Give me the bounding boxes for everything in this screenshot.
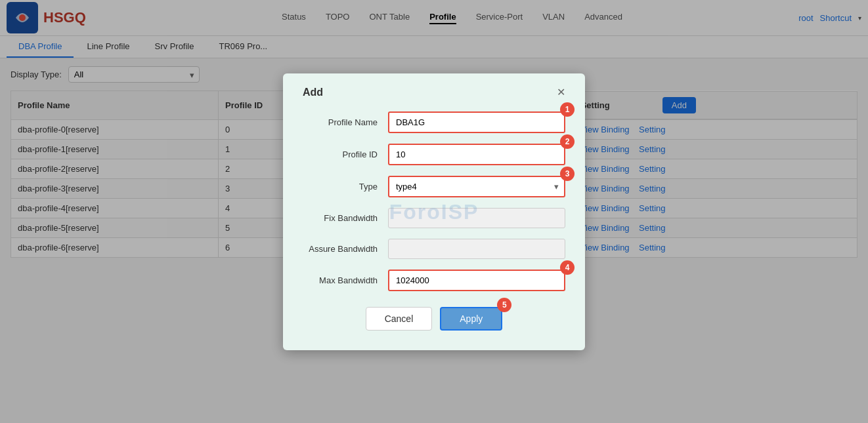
form-row-assure-bandwidth: Assure Bandwidth bbox=[303, 239, 565, 259]
cancel-button[interactable]: Cancel bbox=[366, 307, 433, 331]
apply-wrapper: Apply 5 bbox=[440, 307, 502, 331]
badge-5: 5 bbox=[497, 298, 511, 312]
assure-bandwidth-input bbox=[388, 239, 565, 259]
badge-3: 3 bbox=[560, 167, 575, 181]
label-max-bandwidth: Max Bandwidth bbox=[303, 275, 388, 285]
max-bandwidth-wrapper: 4 bbox=[388, 270, 565, 291]
max-bandwidth-input[interactable] bbox=[388, 270, 565, 291]
modal-title: Add bbox=[303, 87, 323, 98]
type-select-wrap: type1 type2 type3 type4 type5 bbox=[388, 176, 565, 197]
form-row-max-bandwidth: Max Bandwidth 4 bbox=[303, 270, 565, 291]
form-row-profile-id: Profile ID 2 bbox=[303, 144, 565, 165]
profile-id-input[interactable] bbox=[388, 144, 565, 165]
label-profile-name: Profile Name bbox=[303, 117, 388, 127]
type-wrapper: type1 type2 type3 type4 type5 3 bbox=[388, 176, 565, 197]
label-assure-bandwidth: Assure Bandwidth bbox=[303, 244, 388, 254]
label-profile-id: Profile ID bbox=[303, 150, 388, 159]
profile-name-wrapper: 1 bbox=[388, 111, 565, 133]
modal-close-button[interactable]: ✕ bbox=[557, 87, 565, 98]
form-row-profile-name: Profile Name 1 bbox=[303, 111, 565, 133]
modal-add: ForoISP Add ✕ Profile Name 1 Profile ID … bbox=[283, 73, 585, 350]
fix-bandwidth-input bbox=[388, 208, 565, 228]
modal-overlay: ForoISP Add ✕ Profile Name 1 Profile ID … bbox=[0, 0, 868, 423]
badge-1: 1 bbox=[560, 102, 575, 117]
profile-name-input[interactable] bbox=[388, 111, 565, 133]
form-row-type: Type type1 type2 type3 type4 type5 3 bbox=[303, 176, 565, 197]
label-fix-bandwidth: Fix Bandwidth bbox=[303, 213, 388, 223]
profile-id-wrapper: 2 bbox=[388, 144, 565, 165]
badge-2: 2 bbox=[560, 134, 575, 149]
apply-button[interactable]: Apply bbox=[440, 307, 502, 331]
modal-footer: Cancel Apply 5 bbox=[303, 307, 565, 331]
modal-header: Add ✕ bbox=[303, 87, 565, 98]
label-type: Type bbox=[303, 182, 388, 191]
type-select[interactable]: type1 type2 type3 type4 type5 bbox=[388, 176, 565, 197]
badge-4: 4 bbox=[560, 260, 575, 275]
form-row-fix-bandwidth: Fix Bandwidth bbox=[303, 208, 565, 228]
